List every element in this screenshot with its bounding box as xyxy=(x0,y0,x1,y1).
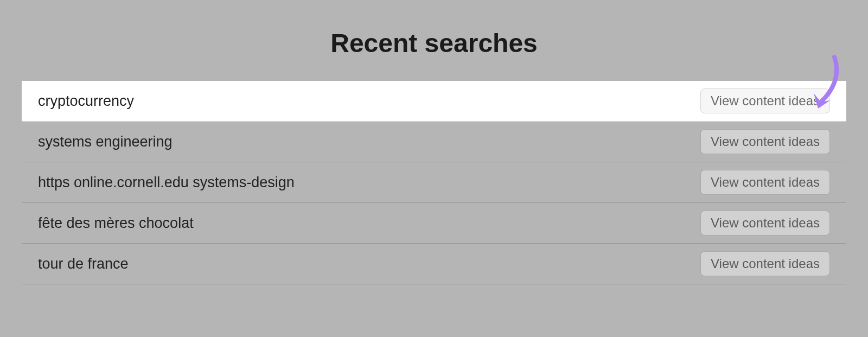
search-term: https online.cornell.edu systems-design xyxy=(38,174,295,191)
search-term: cryptocurrency xyxy=(38,93,134,110)
search-row: tour de france View content ideas xyxy=(22,244,846,284)
view-content-ideas-button[interactable]: View content ideas xyxy=(700,129,830,154)
recent-searches-list: cryptocurrency View content ideas system… xyxy=(22,81,846,284)
search-term: systems engineering xyxy=(38,133,173,150)
view-content-ideas-button[interactable]: View content ideas xyxy=(700,170,830,195)
view-content-ideas-button[interactable]: View content ideas xyxy=(700,88,830,113)
search-row: fête des mères chocolat View content ide… xyxy=(22,203,846,244)
search-row: https online.cornell.edu systems-design … xyxy=(22,162,846,203)
view-content-ideas-button[interactable]: View content ideas xyxy=(700,211,830,236)
search-row: systems engineering View content ideas xyxy=(22,122,846,162)
view-content-ideas-button[interactable]: View content ideas xyxy=(700,251,830,276)
search-term: tour de france xyxy=(38,256,129,272)
search-row: cryptocurrency View content ideas xyxy=(22,81,846,122)
search-term: fête des mères chocolat xyxy=(38,215,194,232)
page-title: Recent searches xyxy=(0,0,868,81)
